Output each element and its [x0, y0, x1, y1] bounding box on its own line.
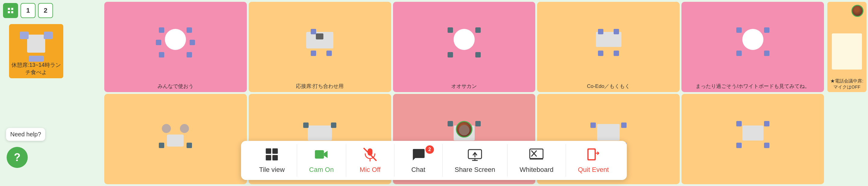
- mic-off-icon: [363, 147, 377, 163]
- svg-rect-4: [266, 148, 271, 154]
- quit-icon: [586, 147, 601, 163]
- number-buttons: 1 2: [3, 3, 53, 18]
- right-room-label: ★電話会議中席:マイクはOFF: [827, 78, 867, 90]
- toolbar-quit-event[interactable]: Quit Event: [566, 144, 621, 177]
- help-bubble: Need help?: [6, 128, 45, 141]
- room-cell-6[interactable]: [104, 94, 247, 184]
- room-label-4: Co-Edo／もくもく: [586, 83, 631, 90]
- chat-badge: 2: [425, 145, 434, 154]
- room-label-5: まったり過ごそう/ホワイトボードも見てみてね。: [694, 83, 811, 90]
- green-button[interactable]: [3, 3, 18, 18]
- share-screen-icon: [468, 147, 482, 163]
- svg-rect-7: [273, 155, 278, 160]
- room-interior-3: [393, 2, 535, 83]
- number-1-button[interactable]: 1: [21, 3, 36, 18]
- svg-rect-22: [589, 150, 595, 159]
- room-cell-2[interactable]: 応接席:打ち合わせ用: [249, 2, 391, 92]
- room-interior-4: [537, 2, 680, 83]
- chat-label: Chat: [411, 166, 425, 174]
- toolbar-chat[interactable]: 2 Chat: [394, 144, 442, 177]
- left-room-preview: 休憩席:13~14時ランチ食べよ: [9, 24, 63, 78]
- room-cell-4[interactable]: Co-Edo／もくもく: [537, 2, 680, 92]
- room-interior-1: [104, 2, 247, 83]
- right-room-interior: [830, 20, 864, 83]
- room-interior-6: [104, 94, 247, 175]
- quit-event-label: Quit Event: [578, 166, 609, 174]
- number-2-button[interactable]: 2: [38, 3, 53, 18]
- svg-rect-3: [11, 11, 13, 13]
- tile-view-label: Tile view: [259, 166, 285, 174]
- room-label-3: オオサカン: [450, 83, 478, 90]
- svg-rect-6: [266, 155, 271, 160]
- toolbar: Tile view Cam On Mic Off 2: [241, 141, 627, 180]
- toolbar-whiteboard[interactable]: Whiteboard: [507, 144, 566, 177]
- camera-icon: [314, 147, 329, 163]
- left-room-label: 休憩席:13~14時ランチ食べよ: [9, 62, 63, 76]
- whiteboard-label: Whiteboard: [520, 166, 554, 174]
- chat-icon: [411, 147, 426, 163]
- mic-off-label: Mic Off: [360, 166, 380, 174]
- room-label-2: 応接席:打ち合わせ用: [295, 83, 345, 90]
- room-interior-10: [681, 94, 824, 175]
- room-cell-5[interactable]: まったり過ごそう/ホワイトボードも見てみてね。: [681, 2, 824, 92]
- svg-rect-8: [315, 150, 324, 159]
- room-cell-1[interactable]: みんなで使おう: [104, 2, 247, 92]
- right-panel: ★電話会議中席:マイクはOFF: [826, 0, 868, 186]
- left-panel: 1 2 休憩席:13~14時ランチ食べよ Need help? ?: [0, 0, 96, 186]
- right-room: ★電話会議中席:マイクはOFF: [827, 2, 867, 92]
- grid-icon: [265, 147, 279, 163]
- svg-rect-0: [8, 8, 10, 10]
- whiteboard-icon: [529, 147, 544, 163]
- svg-rect-5: [273, 148, 278, 154]
- room-cell-10[interactable]: [681, 94, 824, 184]
- room-interior-5: [681, 2, 824, 83]
- toolbar-cam-on[interactable]: Cam On: [297, 144, 346, 177]
- room-interior-2: [249, 2, 391, 83]
- room-label-1: みんなで使おう: [156, 83, 195, 90]
- avatar-right: [851, 5, 864, 17]
- toolbar-share-screen[interactable]: Share Screen: [442, 144, 507, 177]
- help-button[interactable]: ?: [7, 147, 28, 168]
- room-cell-3[interactable]: オオサカン: [393, 2, 535, 92]
- toolbar-mic-off[interactable]: Mic Off: [346, 144, 394, 177]
- svg-rect-1: [11, 8, 13, 10]
- toolbar-tile-view[interactable]: Tile view: [247, 144, 297, 177]
- svg-rect-2: [8, 11, 10, 13]
- cam-on-label: Cam On: [309, 166, 334, 174]
- share-screen-label: Share Screen: [455, 166, 495, 174]
- avatar-on-map: [456, 121, 472, 138]
